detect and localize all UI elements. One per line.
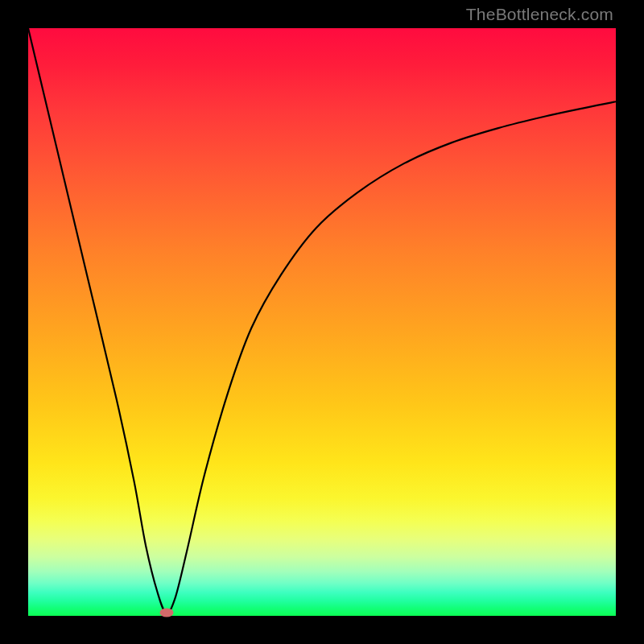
watermark-text: TheBottleneck.com [466,5,613,24]
chart-frame: TheBottleneck.com [0,0,644,644]
curve-line [28,28,616,613]
minimum-marker-icon [159,609,173,617]
bottleneck-curve [28,28,616,616]
plot-area [28,28,616,616]
